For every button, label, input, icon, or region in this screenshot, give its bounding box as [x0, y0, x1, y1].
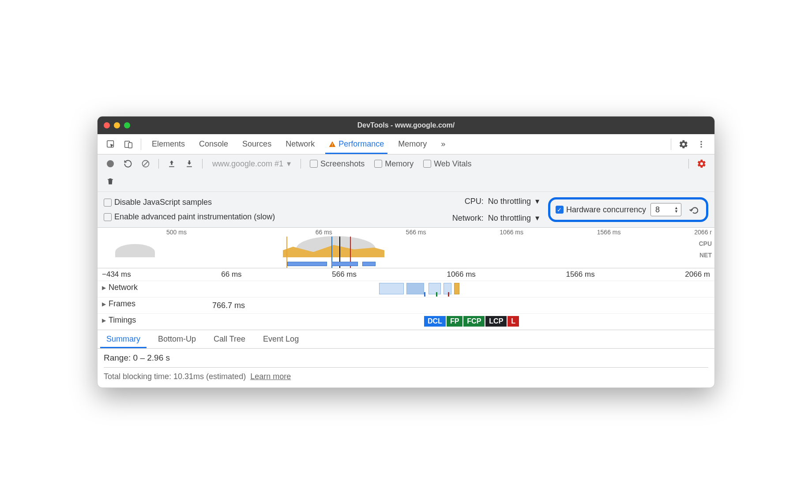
tick-label: 500 ms [166, 229, 187, 236]
main-ticks: −434 ms 66 ms 566 ms 1066 ms 1566 ms 206… [98, 268, 714, 281]
checkbox-label: Enable advanced paint instrumentation (s… [114, 212, 275, 222]
learn-more-link[interactable]: Learn more [250, 372, 291, 381]
expand-toggle-icon[interactable]: ▶ [102, 301, 106, 307]
svg-rect-0 [107, 140, 114, 147]
recording-selector[interactable]: www.google.com #1 ▾ [208, 157, 295, 170]
track-name-label: Timings [109, 316, 136, 325]
checkbox-icon [374, 160, 382, 168]
tab-label: Memory [398, 139, 427, 149]
settings-gear-icon[interactable] [677, 137, 691, 151]
checkbox-label: Screenshots [320, 159, 365, 169]
load-profile-button[interactable] [164, 156, 179, 171]
expand-toggle-icon[interactable]: ▶ [102, 285, 106, 291]
cpu-throttling-select[interactable]: CPU: No throttling ▾ [440, 196, 539, 206]
performance-toolbar: www.google.com #1 ▾ Screenshots Memory W… [98, 154, 714, 192]
capture-settings-panel: Disable JavaScript samples Enable advanc… [98, 192, 714, 227]
svg-rect-2 [128, 143, 132, 148]
tick-label: 1566 ms [566, 270, 594, 279]
svg-point-3 [700, 141, 702, 142]
cpu-label: CPU: [440, 197, 484, 206]
track-name-label: Network [109, 283, 138, 292]
svg-point-5 [700, 146, 702, 147]
overview-timeline[interactable]: 500 ms 66 ms 566 ms 1066 ms 1566 ms 2066… [98, 227, 714, 268]
svg-point-6 [107, 160, 114, 167]
timing-badge-fp: FP [447, 316, 462, 327]
tab-memory[interactable]: Memory [391, 134, 434, 154]
total-blocking-time-label: Total blocking time: 10.31ms (estimated) [104, 372, 246, 381]
tick-label: 2066 m [685, 270, 710, 279]
expand-toggle-icon[interactable]: ▶ [102, 317, 106, 323]
tab-summary[interactable]: Summary [98, 330, 149, 348]
tick-label: 66 ms [316, 229, 332, 236]
minimize-window-button[interactable] [114, 122, 120, 128]
tab-network[interactable]: Network [278, 134, 322, 154]
tab-performance[interactable]: Performance [322, 134, 391, 154]
frames-track[interactable]: ▶ Frames 766.7 ms [98, 297, 714, 313]
checkbox-label: Memory [385, 159, 414, 169]
chevron-down-icon: ▾ [535, 196, 539, 206]
network-throttling-select[interactable]: Network: No throttling ▾ [440, 213, 539, 223]
inspect-element-icon[interactable] [104, 137, 118, 151]
web-vitals-checkbox[interactable]: Web Vitals [423, 159, 471, 169]
memory-checkbox[interactable]: Memory [374, 159, 414, 169]
tab-label: Call Tree [214, 335, 245, 343]
screenshots-checkbox[interactable]: Screenshots [310, 159, 365, 169]
checkbox-icon [104, 199, 112, 207]
tick-label: 1066 ms [500, 229, 523, 236]
advanced-paint-checkbox[interactable]: Enable advanced paint instrumentation (s… [104, 212, 298, 222]
clear-button[interactable] [138, 156, 153, 171]
warning-icon [329, 141, 336, 148]
tabs-more-label: » [441, 139, 445, 149]
tab-bottom-up[interactable]: Bottom-Up [149, 330, 205, 348]
recording-label: www.google.com #1 [212, 159, 283, 169]
select-value: No throttling [488, 214, 531, 223]
devtools-window: DevTools - www.google.com/ Elements Cons… [97, 116, 715, 388]
select-value: No throttling [488, 197, 531, 206]
hardware-concurrency-input[interactable]: 8 ▲▼ [650, 203, 681, 216]
overview-graph [98, 237, 714, 268]
reload-record-button[interactable] [120, 156, 135, 171]
network-track[interactable]: ▶ Network [98, 281, 714, 297]
tab-event-log[interactable]: Event Log [254, 330, 308, 348]
tabs-overflow[interactable]: » [434, 134, 452, 154]
tab-elements[interactable]: Elements [145, 134, 192, 154]
device-toolbar-icon[interactable] [121, 137, 135, 151]
tick-label: 2066 r [694, 229, 712, 236]
reset-concurrency-button[interactable] [686, 202, 701, 217]
record-button[interactable] [103, 156, 118, 171]
capture-settings-gear-icon[interactable] [694, 156, 709, 171]
timings-track[interactable]: ▶ Timings DCL FP FCP LCP L [98, 313, 714, 330]
network-label: Network: [440, 214, 484, 223]
summary-panel: Range: 0 – 2.96 s Total blocking time: 1… [98, 349, 714, 387]
tick-label: 1066 ms [447, 270, 476, 279]
tab-sources[interactable]: Sources [235, 134, 278, 154]
tab-label: Console [199, 139, 228, 149]
main-timeline[interactable]: −434 ms 66 ms 566 ms 1066 ms 1566 ms 206… [98, 268, 714, 330]
checkbox-icon [104, 213, 112, 221]
checkbox-icon [423, 160, 431, 168]
delete-profile-button[interactable] [103, 174, 118, 189]
hardware-concurrency-checkbox[interactable]: ✓ Hardware concurrency [556, 205, 646, 214]
tab-call-tree[interactable]: Call Tree [205, 330, 254, 348]
save-profile-button[interactable] [182, 156, 197, 171]
disable-js-samples-checkbox[interactable]: Disable JavaScript samples [104, 198, 440, 207]
input-value: 8 [655, 205, 660, 214]
kebab-menu-icon[interactable] [694, 137, 708, 151]
tab-console[interactable]: Console [192, 134, 235, 154]
svg-point-4 [700, 143, 702, 145]
frame-duration-label: 766.7 ms [212, 301, 245, 310]
timing-badge-dcl: DCL [424, 316, 446, 327]
tab-label: Bottom-Up [158, 335, 196, 343]
range-label: Range: 0 – 2.96 s [104, 353, 708, 363]
tick-label: 1566 ms [597, 229, 621, 236]
svg-line-8 [143, 162, 148, 166]
tab-label: Summary [106, 335, 140, 343]
close-window-button[interactable] [104, 122, 110, 128]
traffic-lights [104, 122, 130, 128]
window-title: DevTools - www.google.com/ [98, 121, 714, 129]
number-spinner-icon[interactable]: ▲▼ [674, 206, 678, 213]
timing-badge-l: L [508, 316, 519, 327]
overview-ticks: 500 ms 66 ms 566 ms 1066 ms 1566 ms 2066… [98, 229, 714, 236]
tick-label: 566 ms [406, 229, 426, 236]
zoom-window-button[interactable] [124, 122, 130, 128]
